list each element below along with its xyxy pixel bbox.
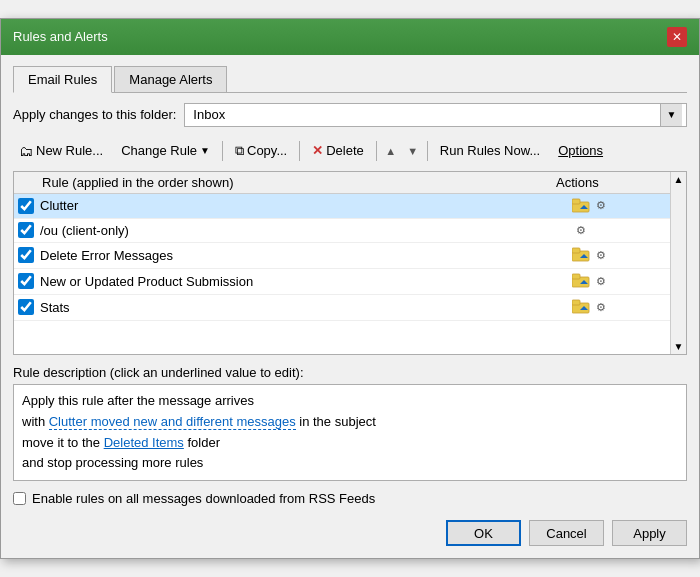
new-rule-label: New Rule... <box>36 143 103 158</box>
description-box: Apply this rule after the message arrive… <box>13 384 687 481</box>
button-row: OK Cancel Apply <box>13 520 687 546</box>
description-line2-prefix: with <box>22 414 49 429</box>
rule-actions-1: ⚙ <box>572 197 682 215</box>
scroll-up-icon[interactable]: ▲ <box>674 174 684 185</box>
scroll-down-icon[interactable]: ▼ <box>674 341 684 352</box>
change-rule-arrow-icon: ▼ <box>200 145 210 156</box>
folder-select[interactable]: Inbox ▼ <box>184 103 687 127</box>
header-actions: Actions <box>556 175 666 190</box>
rss-checkbox[interactable] <box>13 492 26 505</box>
dialog-body: Email Rules Manage Alerts Apply changes … <box>1 55 699 558</box>
options-button[interactable]: Options <box>552 141 609 160</box>
folder-icon-3 <box>572 246 590 265</box>
description-line2: with Clutter moved new and different mes… <box>22 412 678 433</box>
rss-label: Enable rules on all messages downloaded … <box>32 491 375 506</box>
rule-name-1: Clutter <box>40 198 572 213</box>
separator-4 <box>427 141 428 161</box>
dialog-title: Rules and Alerts <box>13 29 108 44</box>
description-line2-suffix: in the subject <box>296 414 376 429</box>
rules-and-alerts-dialog: Rules and Alerts ✕ Email Rules Manage Al… <box>0 18 700 559</box>
folder-label: Apply changes to this folder: <box>13 107 176 122</box>
copy-icon: ⧉ <box>235 143 244 159</box>
cancel-button[interactable]: Cancel <box>529 520 604 546</box>
deleted-items-link[interactable]: Deleted Items <box>104 435 184 450</box>
toolbar: 🗂 New Rule... Change Rule ▼ ⧉ Copy... ✕ … <box>13 137 687 165</box>
rules-list: Clutter ⚙ / <box>14 194 686 354</box>
sliders-icon-5: ⚙ <box>596 301 606 314</box>
description-line3-prefix: move it to the <box>22 435 104 450</box>
description-line4: and stop processing more rules <box>22 453 678 474</box>
run-rules-label: Run Rules Now... <box>440 143 540 158</box>
description-label: Rule description (click an underlined va… <box>13 365 687 380</box>
close-button[interactable]: ✕ <box>667 27 687 47</box>
tabs-container: Email Rules Manage Alerts <box>13 65 687 93</box>
rule-actions-3: ⚙ <box>572 246 682 265</box>
tab-manage-alerts[interactable]: Manage Alerts <box>114 66 227 93</box>
new-rule-button[interactable]: 🗂 New Rule... <box>13 141 109 161</box>
rule-name-4: New or Updated Product Submission <box>40 274 572 289</box>
scrollbar[interactable]: ▲ ▼ <box>670 172 686 354</box>
table-row[interactable]: /ou (client-only) ⚙ <box>14 219 686 243</box>
options-label: Options <box>558 143 603 158</box>
folder-icon-4 <box>572 272 590 291</box>
delete-button[interactable]: ✕ Delete <box>306 141 370 160</box>
new-rule-icon: 🗂 <box>19 143 33 159</box>
sliders-icon-4: ⚙ <box>596 275 606 288</box>
description-line1: Apply this rule after the message arrive… <box>22 391 678 412</box>
folder-value: Inbox <box>189 107 660 122</box>
description-line3: move it to the Deleted Items folder <box>22 433 678 454</box>
table-row[interactable]: New or Updated Product Submission ⚙ <box>14 269 686 295</box>
svg-rect-10 <box>572 300 580 305</box>
rules-table-wrapper: Rule (applied in the order shown) Action… <box>13 171 687 355</box>
rule-checkbox-2[interactable] <box>18 222 34 238</box>
table-row[interactable]: Delete Error Messages ⚙ <box>14 243 686 269</box>
rule-actions-4: ⚙ <box>572 272 682 291</box>
sliders-icon-2: ⚙ <box>576 224 586 237</box>
rule-checkbox-5[interactable] <box>18 299 34 315</box>
rule-checkbox-4[interactable] <box>18 273 34 289</box>
move-up-button[interactable]: ▲ <box>383 143 399 159</box>
description-line3-suffix: folder <box>184 435 220 450</box>
rule-name-3: Delete Error Messages <box>40 248 572 263</box>
delete-icon: ✕ <box>312 143 323 158</box>
separator-3 <box>376 141 377 161</box>
copy-button[interactable]: ⧉ Copy... <box>229 141 293 161</box>
move-down-button[interactable]: ▼ <box>405 143 421 159</box>
rule-checkbox-3[interactable] <box>18 247 34 263</box>
folder-icon-1 <box>572 197 590 215</box>
folder-row: Apply changes to this folder: Inbox ▼ <box>13 103 687 127</box>
table-row[interactable]: Clutter ⚙ <box>14 194 686 219</box>
clutter-link[interactable]: Clutter moved new and different messages <box>49 414 296 430</box>
tab-email-rules[interactable]: Email Rules <box>13 66 112 93</box>
rss-row: Enable rules on all messages downloaded … <box>13 491 687 506</box>
rule-name-5: Stats <box>40 300 572 315</box>
ok-button[interactable]: OK <box>446 520 521 546</box>
folder-icon-5 <box>572 298 590 317</box>
sliders-icon-3: ⚙ <box>596 249 606 262</box>
change-rule-button[interactable]: Change Rule ▼ <box>115 141 216 160</box>
rule-actions-5: ⚙ <box>572 298 682 317</box>
header-rule: Rule (applied in the order shown) <box>42 175 556 190</box>
sliders-icon-1: ⚙ <box>596 199 606 212</box>
table-row[interactable]: Stats ⚙ <box>14 295 686 321</box>
rule-checkbox-1[interactable] <box>18 198 34 214</box>
rule-actions-2: ⚙ <box>572 224 682 237</box>
separator-1 <box>222 141 223 161</box>
run-rules-now-button[interactable]: Run Rules Now... <box>434 141 546 160</box>
title-bar: Rules and Alerts ✕ <box>1 19 699 55</box>
svg-rect-4 <box>572 248 580 253</box>
copy-label: Copy... <box>247 143 287 158</box>
folder-dropdown-arrow[interactable]: ▼ <box>660 104 682 126</box>
svg-rect-7 <box>572 274 580 279</box>
description-section: Rule description (click an underlined va… <box>13 365 687 481</box>
rule-name-2: /ou (client-only) <box>40 223 572 238</box>
apply-button[interactable]: Apply <box>612 520 687 546</box>
delete-label: Delete <box>326 143 364 158</box>
change-rule-label: Change Rule <box>121 143 197 158</box>
svg-rect-1 <box>572 199 580 204</box>
separator-2 <box>299 141 300 161</box>
